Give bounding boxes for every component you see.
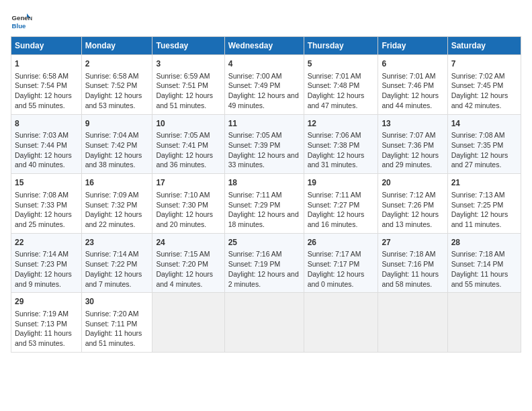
sunset-text: Sunset: 7:52 PM <box>85 81 149 91</box>
sunset-text: Sunset: 7:32 PM <box>85 200 149 210</box>
daylight-text: Daylight: 12 hours and 16 minutes. <box>308 210 375 229</box>
calendar-cell <box>224 293 304 353</box>
day-number: 19 <box>308 177 375 189</box>
sunset-text: Sunset: 7:42 PM <box>85 140 149 150</box>
sunrise-text: Sunrise: 6:59 AM <box>156 71 220 81</box>
sunset-text: Sunset: 7:33 PM <box>15 200 78 210</box>
day-number: 25 <box>228 237 300 248</box>
calendar-cell: 1Sunrise: 6:58 AMSunset: 7:54 PMDaylight… <box>11 55 82 115</box>
sunrise-text: Sunrise: 6:58 AM <box>85 71 149 81</box>
daylight-text: Daylight: 12 hours and 47 minutes. <box>308 91 375 110</box>
daylight-text: Daylight: 12 hours and 42 minutes. <box>451 91 517 110</box>
sunrise-text: Sunrise: 7:20 AM <box>85 309 149 319</box>
day-number: 23 <box>85 237 149 248</box>
sunrise-text: Sunrise: 7:11 AM <box>228 190 300 200</box>
calendar-cell <box>152 293 224 353</box>
daylight-text: Daylight: 12 hours and 11 minutes. <box>451 210 517 229</box>
daylight-text: Daylight: 12 hours and 33 minutes. <box>228 150 300 170</box>
calendar-cell: 5Sunrise: 7:01 AMSunset: 7:48 PMDaylight… <box>304 55 378 115</box>
sunset-text: Sunset: 7:26 PM <box>382 200 443 210</box>
calendar-cell: 3Sunrise: 6:59 AMSunset: 7:51 PMDaylight… <box>152 55 224 115</box>
calendar-cell <box>304 293 378 353</box>
calendar-cell: 19Sunrise: 7:11 AMSunset: 7:27 PMDayligh… <box>304 174 378 234</box>
day-number: 12 <box>308 118 375 130</box>
sunrise-text: Sunrise: 7:08 AM <box>15 190 78 200</box>
calendar-cell: 28Sunrise: 7:18 AMSunset: 7:14 PMDayligh… <box>447 233 521 293</box>
day-number: 20 <box>382 177 443 189</box>
sunset-text: Sunset: 7:13 PM <box>15 319 78 329</box>
sunset-text: Sunset: 7:20 PM <box>156 259 220 269</box>
calendar-cell: 12Sunrise: 7:06 AMSunset: 7:38 PMDayligh… <box>304 114 378 174</box>
sunrise-text: Sunrise: 7:03 AM <box>15 130 78 140</box>
day-number: 2 <box>85 58 149 70</box>
sunset-text: Sunset: 7:45 PM <box>451 81 517 91</box>
sunset-text: Sunset: 7:36 PM <box>382 140 443 150</box>
calendar-cell: 15Sunrise: 7:08 AMSunset: 7:33 PMDayligh… <box>11 174 82 234</box>
sunset-text: Sunset: 7:39 PM <box>228 140 300 150</box>
sunset-text: Sunset: 7:19 PM <box>228 259 300 269</box>
sunset-text: Sunset: 7:54 PM <box>15 81 78 91</box>
sunset-text: Sunset: 7:16 PM <box>382 259 443 269</box>
calendar-cell: 16Sunrise: 7:09 AMSunset: 7:32 PMDayligh… <box>81 174 152 234</box>
day-number: 7 <box>451 58 517 70</box>
calendar-cell: 27Sunrise: 7:18 AMSunset: 7:16 PMDayligh… <box>378 233 447 293</box>
sunrise-text: Sunrise: 7:05 AM <box>156 130 220 140</box>
col-header-monday: Monday <box>81 37 152 55</box>
daylight-text: Daylight: 12 hours and 38 minutes. <box>85 150 149 170</box>
day-number: 3 <box>156 58 220 70</box>
calendar-cell: 9Sunrise: 7:04 AMSunset: 7:42 PMDaylight… <box>81 114 152 174</box>
daylight-text: Daylight: 12 hours and 25 minutes. <box>15 210 78 229</box>
sunset-text: Sunset: 7:41 PM <box>156 140 220 150</box>
sunrise-text: Sunrise: 7:01 AM <box>382 71 443 81</box>
day-number: 24 <box>156 237 220 248</box>
sunset-text: Sunset: 7:25 PM <box>451 200 517 210</box>
daylight-text: Daylight: 12 hours and 22 minutes. <box>85 210 149 229</box>
daylight-text: Daylight: 12 hours and 2 minutes. <box>228 269 300 289</box>
day-number: 13 <box>382 118 443 130</box>
sunrise-text: Sunrise: 7:19 AM <box>15 309 78 319</box>
calendar-cell: 23Sunrise: 7:14 AMSunset: 7:22 PMDayligh… <box>81 233 152 293</box>
sunset-text: Sunset: 7:27 PM <box>308 200 375 210</box>
sunset-text: Sunset: 7:30 PM <box>156 200 220 210</box>
day-number: 28 <box>451 237 517 248</box>
sunrise-text: Sunrise: 7:07 AM <box>382 130 443 140</box>
col-header-sunday: Sunday <box>11 37 82 55</box>
daylight-text: Daylight: 12 hours and 13 minutes. <box>382 210 443 229</box>
daylight-text: Daylight: 12 hours and 27 minutes. <box>451 150 517 170</box>
calendar-cell: 20Sunrise: 7:12 AMSunset: 7:26 PMDayligh… <box>378 174 447 234</box>
calendar-cell: 30Sunrise: 7:20 AMSunset: 7:11 PMDayligh… <box>81 293 152 353</box>
sunset-text: Sunset: 7:14 PM <box>451 259 517 269</box>
calendar-header-row: SundayMondayTuesdayWednesdayThursdayFrid… <box>11 37 521 55</box>
week-row-4: 22Sunrise: 7:14 AMSunset: 7:23 PMDayligh… <box>11 233 521 293</box>
daylight-text: Daylight: 12 hours and 53 minutes. <box>85 91 149 110</box>
week-row-1: 1Sunrise: 6:58 AMSunset: 7:54 PMDaylight… <box>11 55 521 115</box>
col-header-wednesday: Wednesday <box>224 37 304 55</box>
day-number: 26 <box>308 237 375 248</box>
sunrise-text: Sunrise: 7:14 AM <box>85 249 149 259</box>
sunset-text: Sunset: 7:38 PM <box>308 140 375 150</box>
daylight-text: Daylight: 12 hours and 4 minutes. <box>156 269 220 289</box>
calendar-cell: 24Sunrise: 7:15 AMSunset: 7:20 PMDayligh… <box>152 233 224 293</box>
day-number: 16 <box>85 177 149 189</box>
sunrise-text: Sunrise: 7:15 AM <box>156 249 220 259</box>
sunset-text: Sunset: 7:46 PM <box>382 81 443 91</box>
sunrise-text: Sunrise: 6:58 AM <box>15 71 78 81</box>
sunset-text: Sunset: 7:48 PM <box>308 81 375 91</box>
day-number: 10 <box>156 118 220 130</box>
sunrise-text: Sunrise: 7:09 AM <box>85 190 149 200</box>
logo-icon: GeneralBlue <box>11 11 32 32</box>
day-number: 4 <box>228 58 300 70</box>
calendar-cell: 4Sunrise: 7:00 AMSunset: 7:49 PMDaylight… <box>224 55 304 115</box>
calendar-cell: 17Sunrise: 7:10 AMSunset: 7:30 PMDayligh… <box>152 174 224 234</box>
day-number: 22 <box>15 237 78 248</box>
daylight-text: Daylight: 12 hours and 0 minutes. <box>308 269 375 289</box>
week-row-2: 8Sunrise: 7:03 AMSunset: 7:44 PMDaylight… <box>11 114 521 174</box>
daylight-text: Daylight: 12 hours and 18 minutes. <box>228 210 300 229</box>
day-number: 17 <box>156 177 220 189</box>
daylight-text: Daylight: 12 hours and 7 minutes. <box>85 269 149 289</box>
sunset-text: Sunset: 7:23 PM <box>15 259 78 269</box>
daylight-text: Daylight: 12 hours and 44 minutes. <box>382 91 443 110</box>
daylight-text: Daylight: 11 hours and 51 minutes. <box>85 328 149 348</box>
sunrise-text: Sunrise: 7:01 AM <box>308 71 375 81</box>
daylight-text: Daylight: 12 hours and 20 minutes. <box>156 210 220 229</box>
